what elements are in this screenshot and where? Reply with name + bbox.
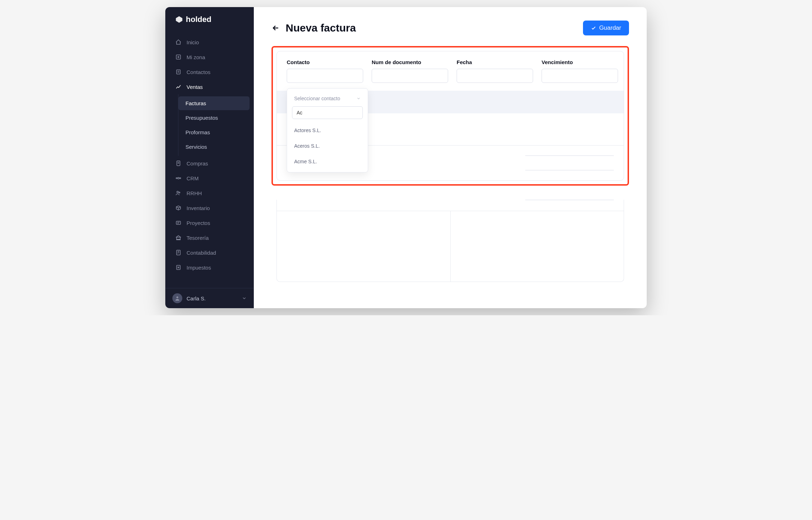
- brand-icon: [175, 16, 183, 23]
- brand-logo[interactable]: holded: [165, 7, 254, 32]
- subnav-ventas: Facturas Presupuestos Proformas Servicio…: [178, 94, 254, 156]
- sidebar-item-crm[interactable]: CRM: [165, 171, 254, 186]
- numdoc-label: Num de documento: [372, 59, 448, 65]
- svg-rect-8: [176, 221, 181, 225]
- doc-icon: [175, 160, 182, 166]
- field-vencimiento: Vencimiento: [542, 59, 618, 83]
- notes-panel[interactable]: [277, 211, 451, 282]
- sidebar-item-ventas[interactable]: Ventas: [165, 79, 254, 94]
- sidebar-item-label: Proyectos: [187, 220, 210, 226]
- save-button-label: Guardar: [599, 24, 621, 32]
- field-numdoc: Num de documento: [372, 59, 448, 83]
- contacto-input[interactable]: [287, 69, 363, 83]
- invoice-form-lower: [276, 200, 624, 282]
- field-fecha: Fecha: [457, 59, 533, 83]
- zone-icon: [175, 54, 182, 60]
- app-window: holded Inicio Mi zona Contactos Ventas F…: [165, 7, 647, 308]
- sidebar-item-label: CRM: [187, 175, 199, 181]
- fecha-label: Fecha: [457, 59, 533, 65]
- sidebar-item-contactos[interactable]: Contactos: [165, 64, 254, 79]
- chart-icon: [175, 84, 182, 90]
- sidebar-item-label: Inventario: [187, 205, 210, 211]
- people-icon: [175, 190, 182, 196]
- svg-point-3: [178, 177, 179, 179]
- vencimiento-label: Vencimiento: [542, 59, 618, 65]
- dropdown-placeholder: Seleccionar contacto: [294, 96, 340, 101]
- taxes-icon: [175, 264, 182, 271]
- sidebar-item-label: Contactos: [187, 69, 211, 75]
- bottom-panels: [277, 211, 624, 282]
- arrow-left-icon: [271, 24, 280, 32]
- dropdown-option[interactable]: Aceros S.L.: [287, 138, 368, 154]
- sidebar-item-mizona[interactable]: Mi zona: [165, 50, 254, 64]
- dropdown-placeholder-row[interactable]: Seleccionar contacto: [287, 94, 368, 106]
- subnav-item-servicios[interactable]: Servicios: [178, 140, 250, 154]
- avatar: [172, 293, 182, 303]
- svg-point-4: [176, 178, 177, 179]
- svg-point-11: [176, 296, 178, 298]
- svg-point-5: [180, 178, 181, 179]
- home-icon: [175, 39, 182, 45]
- sidebar-item-contabilidad[interactable]: Contabilidad: [165, 245, 254, 260]
- user-name-label: Carla S.: [187, 295, 238, 301]
- total-divider: [525, 170, 614, 170]
- contacto-label: Contacto: [287, 59, 363, 65]
- form-header-row: Contacto Seleccionar contacto Actores S.…: [277, 51, 624, 91]
- contacto-dropdown: Seleccionar contacto Actores S.L. Aceros…: [287, 88, 368, 173]
- treasury-icon: [175, 234, 182, 241]
- avatar-icon: [175, 295, 180, 301]
- save-button[interactable]: Guardar: [583, 21, 629, 35]
- header-left: Nueva factura: [271, 22, 356, 34]
- sidebar-item-label: Impuestos: [187, 265, 211, 271]
- sidebar-item-label: Compras: [187, 160, 208, 166]
- svg-point-6: [177, 191, 179, 193]
- sidebar-item-impuestos[interactable]: Impuestos: [165, 260, 254, 275]
- sidebar-item-label: RRHH: [187, 190, 202, 196]
- sidebar-item-label: Contabilidad: [187, 250, 216, 256]
- inventory-icon: [175, 205, 182, 211]
- sidebar-item-proyectos[interactable]: Proyectos: [165, 215, 254, 230]
- subnav-item-presupuestos[interactable]: Presupuestos: [178, 111, 250, 125]
- sidebar-item-inventario[interactable]: Inventario: [165, 200, 254, 215]
- chevron-down-icon: [242, 296, 247, 301]
- page-header: Nueva factura Guardar: [271, 21, 629, 35]
- sidebar-nav: Inicio Mi zona Contactos Ventas Facturas…: [165, 32, 254, 288]
- sidebar-item-label: Tesorería: [187, 235, 209, 241]
- highlight-annotation: Contacto Seleccionar contacto Actores S.…: [271, 46, 629, 186]
- user-menu[interactable]: Carla S.: [165, 288, 254, 308]
- sidebar-item-label: Mi zona: [187, 54, 205, 60]
- fecha-input[interactable]: [457, 69, 533, 83]
- invoice-form-card: Contacto Seleccionar contacto Actores S.…: [276, 51, 624, 181]
- main-content: Nueva factura Guardar Contacto Seleccion…: [254, 7, 647, 308]
- dropdown-option[interactable]: Acme S.L.: [287, 154, 368, 169]
- sidebar-item-rrhh[interactable]: RRHH: [165, 186, 254, 200]
- dropdown-search-input[interactable]: [292, 106, 363, 119]
- total-divider: [525, 156, 614, 156]
- crm-icon: [175, 175, 182, 181]
- projects-icon: [175, 220, 182, 226]
- dropdown-option[interactable]: Actores S.L.: [287, 123, 368, 138]
- subnav-item-proformas[interactable]: Proformas: [178, 125, 250, 139]
- sidebar-item-compras[interactable]: Compras: [165, 156, 254, 171]
- sidebar-item-label: Inicio: [187, 39, 199, 45]
- numdoc-input[interactable]: [372, 69, 448, 83]
- field-contacto: Contacto Seleccionar contacto Actores S.…: [287, 59, 363, 83]
- back-button[interactable]: [271, 24, 280, 32]
- subnav-item-facturas[interactable]: Facturas: [178, 96, 250, 110]
- chevron-down-icon: [356, 96, 361, 101]
- accounting-icon: [175, 249, 182, 256]
- vencimiento-input[interactable]: [542, 69, 618, 83]
- summary-panel: [451, 211, 624, 282]
- sidebar-item-inicio[interactable]: Inicio: [165, 35, 254, 50]
- check-icon: [591, 25, 596, 31]
- sidebar-item-label: Ventas: [187, 84, 203, 90]
- svg-point-7: [179, 192, 180, 193]
- page-title: Nueva factura: [286, 22, 356, 34]
- sidebar: holded Inicio Mi zona Contactos Ventas F…: [165, 7, 254, 308]
- contacts-icon: [175, 69, 182, 75]
- brand-text: holded: [186, 15, 211, 24]
- sidebar-item-tesoreria[interactable]: Tesorería: [165, 230, 254, 245]
